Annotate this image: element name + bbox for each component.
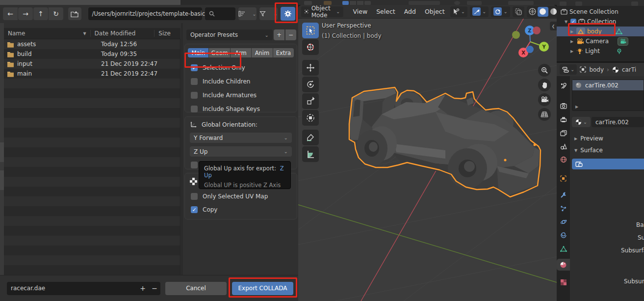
path-field[interactable]: /Users/bjornritzl/projects/template-basi… xyxy=(88,7,202,20)
tab-tool[interactable] xyxy=(557,80,570,92)
gizmo-minus-x[interactable] xyxy=(512,31,520,39)
decrement-button[interactable]: − xyxy=(149,282,160,294)
perspective-toggle-button[interactable] xyxy=(538,108,551,121)
sidebar-collapse-tab[interactable]: ❮ xyxy=(550,22,557,30)
select-box-tool[interactable] xyxy=(302,23,319,38)
forward-button[interactable]: → xyxy=(18,7,33,20)
column-size[interactable]: Size xyxy=(158,30,171,37)
tab-constraints[interactable] xyxy=(557,229,570,241)
shading-material-icon[interactable] xyxy=(549,7,557,16)
snap-dropdown[interactable]: ⌄ xyxy=(491,6,510,17)
tab-particles[interactable] xyxy=(557,203,570,215)
only-selected-uv-checkbox[interactable] xyxy=(191,193,198,200)
zoom-button[interactable] xyxy=(538,64,551,77)
tab-texture[interactable] xyxy=(557,276,570,288)
expand-icon[interactable]: ▶ xyxy=(569,39,574,44)
sort-arrow-icon[interactable]: ▼ xyxy=(83,31,86,36)
scale-tool[interactable] xyxy=(302,93,319,109)
tab-modifiers[interactable] xyxy=(557,189,570,201)
copy-checkbox[interactable]: ✓ xyxy=(191,206,198,213)
proportional-falloff-dropdown[interactable]: ⌄ xyxy=(470,6,489,17)
parent-dir-button[interactable]: ↑ xyxy=(33,7,48,20)
expand-icon[interactable]: ▶ xyxy=(569,49,574,54)
forward-axis-select[interactable]: Y Forward ⌄ xyxy=(190,133,292,143)
tab-view-layer[interactable] xyxy=(557,127,570,139)
gizmo-minus-y[interactable] xyxy=(533,27,541,34)
tab-object-data[interactable] xyxy=(557,243,570,255)
slot-list-expander[interactable]: ▶ xyxy=(575,105,578,109)
tab-material[interactable] xyxy=(557,259,570,271)
viewport-canvas[interactable]: User Perspective (1) Collection | body xyxy=(298,19,557,301)
menu-add[interactable]: Add xyxy=(401,8,419,15)
use-nodes-button[interactable] xyxy=(572,159,644,169)
column-date[interactable]: Date Modified xyxy=(95,30,136,37)
new-folder-button[interactable] xyxy=(68,7,81,20)
file-row[interactable]: main 21 Dec 2019 22:47 xyxy=(4,69,180,79)
add-preset-button[interactable]: + xyxy=(274,29,284,40)
camera-view-button[interactable] xyxy=(538,93,551,106)
file-row[interactable]: build Today 09:35 xyxy=(4,49,180,59)
file-row[interactable]: assets Today 12:56 xyxy=(4,39,180,49)
annotate-tool[interactable] xyxy=(302,130,319,145)
breadcrumb-material[interactable]: carTi xyxy=(622,66,636,73)
file-row[interactable]: input 21 Dec 2019 22:47 xyxy=(4,59,180,69)
apply-global-orientation-checkbox[interactable] xyxy=(191,162,198,168)
selectability-dropdown[interactable]: ⌄ xyxy=(450,6,467,17)
racecar-model[interactable] xyxy=(349,87,541,197)
search-field[interactable] xyxy=(205,7,235,20)
pan-button[interactable] xyxy=(538,79,551,91)
tab-physics[interactable] xyxy=(557,216,570,228)
include-armatures-checkbox[interactable] xyxy=(191,92,198,99)
menu-object[interactable]: Object xyxy=(421,8,448,15)
move-tool[interactable] xyxy=(302,60,319,76)
menu-select[interactable]: Select xyxy=(373,8,399,15)
editor-type-button[interactable]: ⌄ xyxy=(560,64,577,75)
material-name-field[interactable]: carTire.002 xyxy=(592,117,644,127)
preview-panel-header[interactable]: ▶ Preview xyxy=(574,135,603,142)
outliner-row-scene-collection[interactable]: Scene Collection xyxy=(557,7,644,17)
include-shape-keys-checkbox[interactable] xyxy=(191,106,198,112)
measure-tool[interactable] xyxy=(302,146,319,162)
menu-view[interactable]: View xyxy=(349,8,371,15)
tab-render[interactable] xyxy=(557,100,570,111)
transform-tool[interactable] xyxy=(302,110,319,126)
include-children-row[interactable]: Include Children xyxy=(191,78,297,85)
overlays-button[interactable] xyxy=(513,6,524,17)
rotate-tool[interactable] xyxy=(302,77,319,92)
sidebar-collapsed-strip[interactable] xyxy=(0,23,4,275)
include-shape-keys-row[interactable]: Include Shape Keys xyxy=(191,106,297,112)
tab-output[interactable] xyxy=(557,113,570,125)
operator-presets-dropdown[interactable]: Operator Presets ⌄ xyxy=(186,29,273,40)
shading-wireframe-icon[interactable] xyxy=(528,7,537,16)
outliner-row-camera[interactable]: ▶ Camera xyxy=(557,36,644,46)
material-slot-row[interactable]: carTire.002 xyxy=(572,80,644,90)
gizmo-minus-z[interactable] xyxy=(526,46,534,53)
display-mode-dropdown[interactable]: ⌄ xyxy=(238,7,257,20)
cursor-tool[interactable] xyxy=(302,39,319,55)
only-selected-uv-row[interactable]: Only Selected UV Map xyxy=(191,193,297,200)
gizmo-y-axis[interactable]: Y xyxy=(539,42,549,52)
column-name[interactable]: Name xyxy=(4,30,25,37)
breadcrumb-object[interactable]: body xyxy=(589,66,604,73)
tab-world[interactable] xyxy=(557,154,570,165)
back-button[interactable]: ← xyxy=(3,7,18,20)
tab-anim[interactable]: Anim xyxy=(252,48,272,57)
mode-dropdown[interactable]: Object Mode ⌄ xyxy=(301,6,343,17)
outliner-row-light[interactable]: ▶ Light xyxy=(557,46,644,56)
filename-field[interactable]: racecar.dae + − xyxy=(7,282,160,295)
tab-scene[interactable] xyxy=(557,140,570,152)
surface-panel-header[interactable]: ▼ Surface xyxy=(574,147,603,154)
increment-button[interactable]: + xyxy=(137,282,149,294)
material-browse-button[interactable]: ⌄ xyxy=(572,117,591,127)
global-orientation-header[interactable]: Global Orientation: xyxy=(190,121,297,128)
copy-row[interactable]: ✓ Copy xyxy=(191,206,297,213)
refresh-button[interactable]: ↻ xyxy=(49,7,63,20)
up-axis-select[interactable]: Z Up ⌄ xyxy=(190,146,292,157)
cancel-button[interactable]: Cancel xyxy=(165,282,227,295)
include-children-checkbox[interactable] xyxy=(191,78,198,85)
tab-extra[interactable]: Extra xyxy=(273,48,294,57)
tab-object[interactable] xyxy=(557,172,570,184)
include-armatures-row[interactable]: Include Armatures xyxy=(191,92,297,99)
remove-preset-button[interactable]: − xyxy=(285,29,296,40)
shading-solid-active[interactable] xyxy=(538,7,548,17)
